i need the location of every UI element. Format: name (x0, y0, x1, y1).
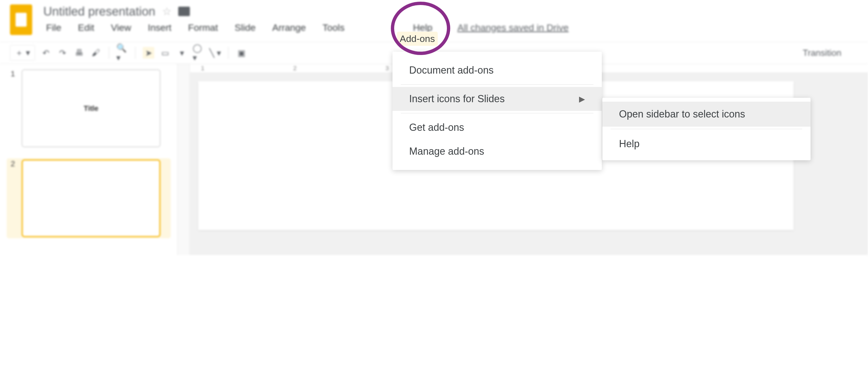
menu-slide[interactable]: Slide (232, 21, 258, 35)
undo-icon[interactable]: ↶ (40, 47, 52, 59)
label: Get add-ons (409, 122, 464, 133)
slides-logo-icon (10, 4, 32, 35)
separator (228, 47, 228, 59)
new-slide-button[interactable]: ＋ ▾ (10, 45, 35, 61)
label: Document add-ons (409, 64, 494, 76)
slide-thumb-2[interactable]: 2 (7, 158, 171, 238)
paint-format-icon[interactable]: 🖌 (90, 47, 102, 59)
image-icon[interactable]: ▾ (176, 47, 188, 59)
menu-edit[interactable]: Edit (75, 21, 97, 35)
slide-thumbnail[interactable] (22, 159, 160, 237)
ruler-mark: 2 (293, 65, 297, 72)
slide-thumb-1[interactable]: 1 Title (7, 69, 171, 147)
textbox-icon[interactable]: ▭ (159, 47, 171, 59)
slide-panel: 1 Title 2 (0, 64, 178, 255)
print-icon[interactable]: 🖶 (73, 47, 85, 59)
menu-document-addons[interactable]: Document add-ons (393, 58, 602, 82)
star-icon[interactable]: ☆ (162, 5, 172, 18)
separator (135, 47, 135, 59)
doc-title[interactable]: Untitled presentation (43, 4, 155, 18)
menu-separator (401, 84, 593, 85)
ruler-mark: 1 (201, 65, 204, 72)
zoom-icon[interactable]: 🔍 ▾ (116, 47, 128, 59)
label: Open sidebar to select icons (619, 108, 745, 120)
menu-insert[interactable]: Insert (145, 21, 174, 35)
menu-tools[interactable]: Tools (320, 21, 347, 35)
shape-icon[interactable]: ◯ ▾ (193, 47, 204, 59)
menu-view[interactable]: View (108, 21, 134, 35)
label: Insert icons for Slides (409, 93, 505, 105)
addons-submenu: Open sidebar to select icons Help (602, 98, 810, 160)
menu-addons[interactable]: Add-ons (397, 32, 438, 46)
redo-icon[interactable]: ↷ (57, 47, 68, 59)
separator (109, 47, 109, 59)
menu-file[interactable]: File (43, 21, 64, 35)
slide-number: 2 (7, 159, 15, 168)
folder-icon[interactable] (178, 7, 190, 16)
saved-indicator[interactable]: All changes saved in Drive (458, 22, 569, 33)
slide-title-label: Title (84, 104, 98, 113)
submenu-arrow-icon: ▶ (579, 94, 585, 104)
addons-dropdown: Document add-ons Insert icons for Slides… (393, 52, 602, 170)
menu-manage-addons[interactable]: Manage add-ons (393, 140, 602, 163)
submenu-open-sidebar[interactable]: Open sidebar to select icons (602, 102, 810, 127)
select-tool-icon[interactable]: ➤ (143, 47, 154, 59)
slide-number: 1 (7, 69, 15, 78)
menubar: File Edit View Insert Format Slide Arran… (43, 21, 858, 35)
menu-arrange[interactable]: Arrange (270, 21, 309, 35)
vertical-ruler (178, 64, 190, 255)
transition-button[interactable]: Transition (803, 48, 841, 58)
menu-insert-icons-for-slides[interactable]: Insert icons for Slides ▶ (393, 87, 602, 111)
menu-separator (401, 113, 593, 113)
label: Help (619, 138, 640, 149)
ruler-mark: 3 (385, 65, 389, 72)
slide-thumbnail[interactable]: Title (22, 69, 160, 147)
menu-separator (611, 129, 802, 129)
comment-icon[interactable]: ▣ (236, 47, 247, 59)
menu-format[interactable]: Format (185, 21, 221, 35)
line-icon[interactable]: ╲ ▾ (209, 47, 221, 59)
label: Manage add-ons (409, 146, 484, 157)
menu-get-addons[interactable]: Get add-ons (393, 116, 602, 140)
header: Untitled presentation ☆ File Edit View I… (0, 0, 868, 35)
submenu-help[interactable]: Help (602, 131, 810, 156)
